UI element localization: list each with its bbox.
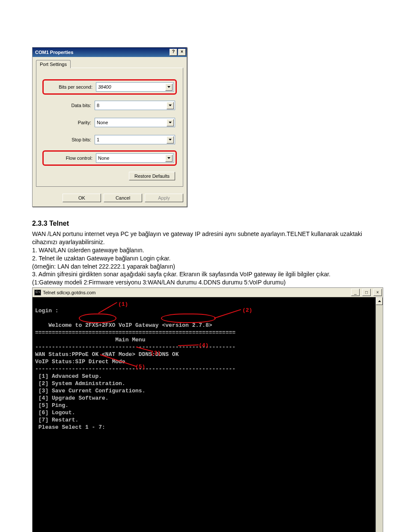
telnet-window: C:\ Telnet sdlcxp.gotdns.com _ □ × Login…: [32, 287, 383, 532]
label-flow-control: Flow control:: [45, 155, 96, 161]
telnet-titlebar: C:\ Telnet sdlcxp.gotdns.com _ □ ×: [33, 288, 383, 297]
svg-marker-3: [169, 139, 172, 140]
telnet-title: Telnet sdlcxp.gotdns.com: [43, 290, 348, 295]
help-button[interactable]: ?: [170, 49, 177, 56]
minimize-button[interactable]: _: [351, 289, 360, 296]
terminal-output: Login : Welcome to 2FXS+2FXO VoIP Gatewa…: [33, 297, 375, 532]
section-heading: 2.3.3 Telnet: [32, 220, 383, 227]
value-bits-per-second: 38400: [98, 84, 111, 90]
annotation-line: [214, 309, 241, 319]
terminal-line: Login :: [35, 308, 59, 314]
close-button[interactable]: ×: [373, 289, 382, 296]
scrollbar-track[interactable]: [376, 305, 383, 532]
svg-marker-1: [169, 105, 172, 106]
value-parity: None: [97, 120, 108, 125]
svg-marker-0: [167, 86, 170, 88]
gateway-model: 2FXS+2FXO: [85, 322, 115, 329]
apply-button[interactable]: Apply: [145, 194, 183, 202]
menu-item: [5] Ping.: [35, 402, 68, 409]
list-item-note: (1:Gateway modeli 2:Firmware versiyonu 3…: [32, 278, 383, 287]
list-item: 3. Admin şifresini girdikten sonar aşağı…: [32, 270, 383, 278]
menu-item: [2] System Administration.: [35, 380, 125, 387]
terminal-line: VoIP Gateway: [115, 322, 162, 329]
annotation-label: (5): [135, 363, 145, 371]
annotation-label: (4): [199, 342, 208, 349]
select-bits-per-second[interactable]: 38400: [96, 82, 174, 92]
paragraph: WAN /LAN portunu internet veya PC ye bağ…: [32, 230, 383, 246]
value-flow-control: None: [98, 155, 109, 161]
annotation-oval: [79, 314, 116, 323]
terminal-line: ========================================…: [35, 329, 235, 336]
firmware-version: <version 2.7.8>: [162, 322, 212, 329]
label-data-bits: Data bits:: [44, 103, 95, 108]
list-item: 1. WAN/LAN üslerden gatewaye bağlanın.: [32, 246, 383, 254]
terminal-prompt: Please Select 1 - 7:: [35, 424, 105, 430]
svg-marker-2: [169, 122, 172, 123]
list-item-note: (örneğin: LAN dan telnet 222.222.1 yapar…: [32, 263, 383, 271]
voip-status: VoIP Status:SIP Direct Mode: [35, 359, 125, 365]
dialog-body: Port Settings Bits per second: 38400 Dat…: [33, 57, 187, 190]
label-stop-bits: Stop bits:: [44, 137, 95, 142]
svg-marker-4: [167, 157, 170, 159]
dialog-titlebar: COM1 Properties ? ×: [33, 48, 187, 57]
menu-item: [4] Upgrade Software.: [35, 395, 109, 401]
menu-item: [7] Restart.: [35, 417, 78, 423]
select-flow-control[interactable]: None: [96, 153, 174, 163]
value-data-bits: 8: [97, 103, 99, 108]
terminal-line: Welcome to: [35, 322, 85, 329]
dialog-title: COM1 Properties: [35, 50, 169, 55]
menu-item: [3] Save Current Configurations.: [35, 388, 145, 394]
label-bits-per-second: Bits per second:: [45, 84, 96, 90]
tab-port-settings[interactable]: Port Settings: [36, 60, 71, 68]
select-parity[interactable]: None: [95, 118, 175, 127]
select-data-bits[interactable]: 8: [95, 101, 175, 110]
terminal-line: Main Menu: [35, 337, 145, 343]
value-stop-bits: 1: [97, 137, 99, 142]
com1-properties-dialog: COM1 Properties ? × Port Settings Bits p…: [32, 47, 187, 207]
highlight-bits-per-second: Bits per second: 38400: [42, 79, 177, 95]
menu-item: [1] Advanced Setup.: [35, 373, 102, 380]
chevron-down-icon: [165, 155, 173, 162]
chevron-down-icon: [167, 136, 174, 143]
annotation-label: (1): [118, 301, 128, 308]
vertical-scrollbar[interactable]: [375, 297, 383, 532]
scroll-up-button[interactable]: [376, 297, 383, 305]
chevron-down-icon: [167, 102, 174, 109]
chevron-down-icon: [165, 84, 173, 91]
annotation-line: [98, 302, 117, 314]
label-parity: Parity:: [44, 120, 95, 125]
annotation-label: (2): [242, 307, 252, 314]
close-button[interactable]: ×: [178, 49, 186, 56]
port-settings-panel: Bits per second: 38400 Data bits: 8: [36, 68, 183, 187]
select-stop-bits[interactable]: 1: [95, 135, 175, 144]
cmd-icon: C:\: [34, 290, 41, 296]
list-item: 2. Telnet ile uzaktan Gatewaye bağlanın …: [32, 254, 383, 263]
maximize-button[interactable]: □: [362, 289, 371, 296]
ok-button[interactable]: OK: [63, 194, 101, 202]
cancel-button[interactable]: Cancel: [104, 194, 142, 202]
restore-defaults-button[interactable]: Restore Defaults: [129, 172, 175, 180]
menu-item: [6] Logout.: [35, 409, 75, 416]
highlight-flow-control: Flow control: None: [42, 150, 177, 166]
annotation-oval: [161, 314, 216, 323]
svg-marker-5: [378, 300, 381, 302]
chevron-down-icon: [167, 119, 174, 126]
